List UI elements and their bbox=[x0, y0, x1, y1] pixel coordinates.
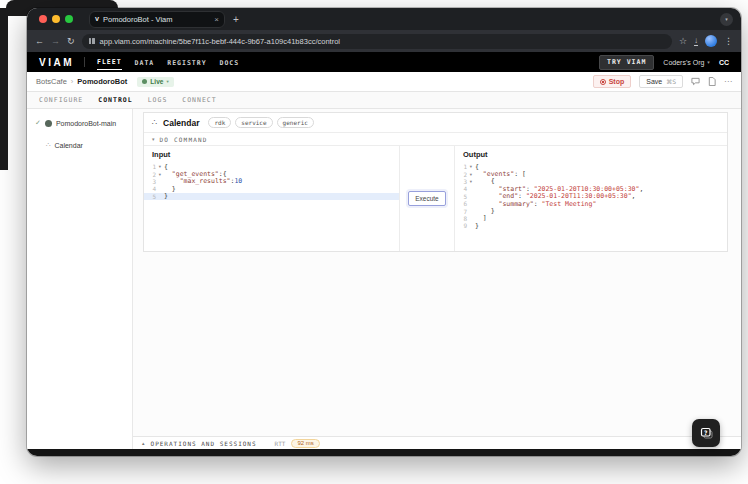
try-viam-button[interactable]: TRY VIAM bbox=[599, 55, 654, 70]
stop-label: Stop bbox=[609, 78, 625, 85]
sidebar-item-machine-part[interactable]: ✓ PomodoroBot-main bbox=[27, 116, 132, 130]
reload-icon[interactable]: ↻ bbox=[67, 36, 75, 46]
new-tab-button[interactable]: + bbox=[233, 14, 239, 25]
rtt-label: RTT bbox=[275, 440, 286, 447]
sidebar-item-calendar[interactable]: ∴ Calendar bbox=[27, 138, 132, 152]
save-label: Save bbox=[646, 78, 662, 85]
code-line: 7 } bbox=[455, 207, 727, 214]
nav-item-fleet[interactable]: FLEET bbox=[97, 54, 122, 70]
svg-text:?: ? bbox=[703, 428, 707, 435]
maximize-window-button[interactable] bbox=[65, 15, 73, 23]
viam-logo[interactable]: VIAM bbox=[39, 57, 74, 68]
service-icon: ∴ bbox=[46, 141, 50, 149]
nav-item-data[interactable]: DATA bbox=[135, 55, 155, 70]
output-pane: Output 1▾{2▾ "events": [3▾ {4 "start": "… bbox=[455, 146, 727, 251]
browser-menu-icon[interactable]: ⋮ bbox=[724, 36, 733, 46]
tab-connect[interactable]: CONNECT bbox=[182, 96, 216, 104]
code-line: 6 "summary": "Test Meeting" bbox=[455, 200, 727, 207]
nav-item-docs[interactable]: DOCS bbox=[220, 55, 240, 70]
machine-bar: BotsCafe › PomodoroBot Live ▾ Stop Save … bbox=[27, 72, 741, 92]
input-label: Input bbox=[144, 150, 399, 159]
operations-label: OPERATIONS AND SESSIONS bbox=[151, 440, 257, 447]
badge-service: service bbox=[235, 117, 272, 128]
parts-sidebar: ✓ PomodoroBot-main ∴ Calendar bbox=[27, 109, 133, 449]
nav-item-registry[interactable]: REGISTRY bbox=[167, 55, 206, 70]
code-line: 5} bbox=[144, 193, 399, 200]
input-json-editor[interactable]: 1▾{2▾ "get_events":{3 "max_results":104 … bbox=[144, 163, 399, 200]
browser-window: V PomodoroBot - Viam × + ▾ ← → ↻ app.via… bbox=[27, 8, 741, 456]
save-shortcut: ⌘S bbox=[666, 78, 676, 85]
machine-part-label: PomodoroBot-main bbox=[56, 120, 116, 127]
output-json-viewer: 1▾{2▾ "events": [3▾ {4 "start": "2025-01… bbox=[455, 163, 727, 230]
forward-icon[interactable]: → bbox=[51, 36, 60, 46]
more-options-icon[interactable]: ⋯ bbox=[724, 77, 732, 86]
check-icon: ✓ bbox=[35, 119, 41, 127]
chevron-down-icon: ▾ bbox=[707, 59, 710, 65]
chevron-down-icon: ▾ bbox=[152, 136, 155, 142]
service-icon: ∴ bbox=[152, 118, 157, 127]
help-chat-icon: ? bbox=[699, 426, 714, 441]
tab-control[interactable]: CONTROL bbox=[98, 96, 132, 104]
machine-icon bbox=[142, 79, 147, 84]
code-line: 2▾ "events": [ bbox=[455, 170, 727, 177]
do-command-label: DO COMMAND bbox=[160, 136, 208, 143]
save-button[interactable]: Save ⌘S bbox=[639, 75, 683, 88]
code-line: 8 ] bbox=[455, 215, 727, 222]
stop-button[interactable]: Stop bbox=[593, 75, 632, 88]
code-line: 4 } bbox=[144, 185, 399, 192]
breadcrumb-separator: › bbox=[71, 77, 74, 86]
live-status-badge[interactable]: Live ▾ bbox=[137, 77, 173, 87]
machine-page-tabs: CONFIGURE CONTROL LOGS CONNECT bbox=[27, 92, 741, 109]
collapse-caret-icon: ▴ bbox=[142, 440, 145, 446]
code-line: 3 "max_results":10 bbox=[144, 178, 399, 185]
input-pane: Input 1▾{2▾ "get_events":{3 "max_results… bbox=[144, 146, 399, 251]
tab-close-icon[interactable]: × bbox=[214, 15, 219, 24]
bookmark-star-icon[interactable]: ☆ bbox=[679, 36, 687, 46]
do-command-section-header[interactable]: ▾ DO COMMAND bbox=[144, 133, 727, 146]
org-switcher[interactable]: Coders's Org ▾ bbox=[663, 59, 710, 66]
window-bottom-edge bbox=[27, 449, 741, 456]
badge-generic: generic bbox=[277, 117, 314, 128]
calendar-service-card: ∴ Calendar rdk service generic ▾ DO COMM… bbox=[143, 112, 728, 252]
machine-part-icon bbox=[45, 120, 52, 127]
url-bar[interactable]: app.viam.com/machine/5be7f11c-bebf-444c-… bbox=[82, 34, 672, 49]
viam-favicon: V bbox=[95, 16, 99, 22]
tab-logs[interactable]: LOGS bbox=[148, 96, 168, 104]
user-avatar[interactable]: CC bbox=[719, 59, 729, 66]
execute-button[interactable]: Execute bbox=[408, 191, 446, 206]
browser-profile-avatar[interactable] bbox=[705, 35, 717, 47]
calendar-label: Calendar bbox=[54, 142, 82, 149]
rtt-value-badge: 92 ms bbox=[291, 439, 319, 448]
control-panel-main: ∴ Calendar rdk service generic ▾ DO COMM… bbox=[133, 109, 741, 449]
url-text: app.viam.com/machine/5be7f11c-bebf-444c-… bbox=[100, 37, 340, 46]
window-controls bbox=[39, 15, 73, 23]
comments-icon[interactable] bbox=[691, 77, 700, 86]
help-widget-button[interactable]: ? bbox=[692, 419, 720, 447]
downloads-icon[interactable]: ↓ bbox=[694, 37, 698, 46]
back-icon[interactable]: ← bbox=[35, 36, 44, 46]
card-header[interactable]: ∴ Calendar rdk service generic bbox=[144, 113, 727, 133]
minimize-window-button[interactable] bbox=[52, 15, 60, 23]
card-title: Calendar bbox=[163, 118, 199, 128]
browser-tab-active[interactable]: V PomodoroBot - Viam × bbox=[89, 11, 225, 28]
document-icon[interactable] bbox=[708, 77, 716, 86]
tab-configure[interactable]: CONFIGURE bbox=[39, 96, 83, 104]
close-window-button[interactable] bbox=[39, 15, 47, 23]
stop-icon bbox=[600, 79, 606, 85]
tab-search-button[interactable]: ▾ bbox=[720, 13, 733, 26]
org-name: Coders's Org bbox=[663, 59, 704, 66]
browser-toolbar: ← → ↻ app.viam.com/machine/5be7f11c-bebf… bbox=[27, 30, 741, 52]
site-info-icon[interactable] bbox=[89, 38, 95, 44]
badge-rdk: rdk bbox=[208, 117, 231, 128]
code-line: 9} bbox=[455, 222, 727, 229]
chevron-down-icon: ▾ bbox=[166, 79, 168, 84]
live-label: Live bbox=[150, 78, 163, 85]
browser-tabstrip: V PomodoroBot - Viam × + ▾ bbox=[27, 8, 741, 30]
operations-sessions-bar[interactable]: ▴ OPERATIONS AND SESSIONS RTT 92 ms bbox=[133, 436, 741, 449]
breadcrumb-machine[interactable]: PomodoroBot bbox=[77, 77, 127, 86]
card-badges: rdk service generic bbox=[208, 117, 313, 128]
nav-divider bbox=[84, 57, 85, 67]
background-window-edge-left bbox=[0, 8, 8, 170]
breadcrumb-location[interactable]: BotsCafe bbox=[36, 77, 67, 86]
tab-title: PomodoroBot - Viam bbox=[103, 15, 210, 24]
